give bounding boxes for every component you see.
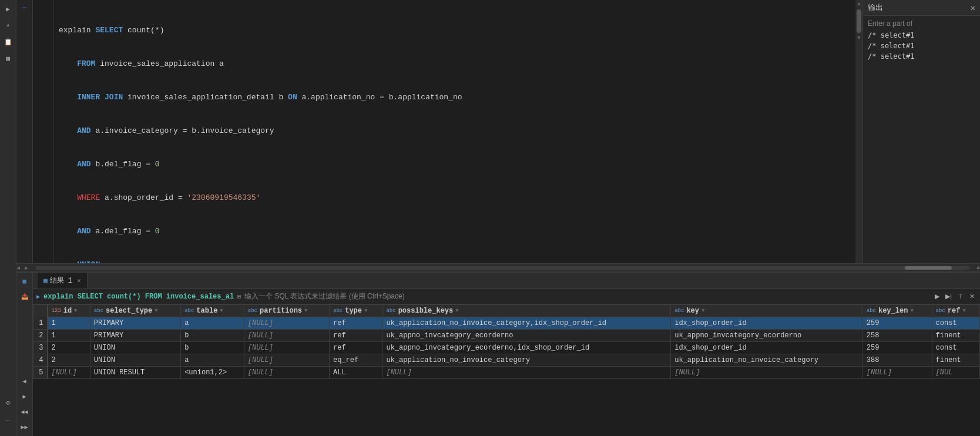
cell-possible_keys: uk_application_no_invoice_category [382, 354, 671, 367]
th-select-type[interactable]: abc select_type ▼ [90, 305, 180, 317]
sidebar-icon-more[interactable]: … [2, 412, 15, 425]
collapse-icon[interactable]: − [22, 2, 26, 14]
th-table[interactable]: abc table ▼ [181, 305, 244, 317]
th-ref[interactable]: abc ref ▼ [932, 305, 979, 317]
results-table-wrapper[interactable]: 123 id ▼ abc select_type ▼ [33, 304, 980, 436]
cell-type: ref [329, 330, 382, 342]
hscroll-thumb[interactable] [905, 266, 952, 270]
results-tab-icon: ▦ [43, 277, 48, 284]
right-panel-item-3: /* select#1 [868, 51, 975, 62]
results-table: 123 id ▼ abc select_type ▼ [33, 304, 980, 379]
results-main: ▦ 结果 1 ✕ ▶ explain SELECT count(*) FROM … [33, 273, 980, 436]
cell-partitions: [NULL] [244, 342, 329, 354]
sidebar-icon-settings[interactable]: ⚙ [2, 396, 15, 409]
filter-close-btn[interactable]: ✕ [968, 292, 976, 301]
results-icon-export[interactable]: 📤 [18, 290, 31, 303]
cell-ref: finent [932, 330, 979, 342]
th-possible-keys[interactable]: abc possible_keys ▼ [382, 305, 671, 317]
vscroll-thumb[interactable] [857, 9, 861, 33]
cell-id: [NULL] [48, 367, 90, 379]
editor-vscroll[interactable]: ▲ ▼ [855, 0, 862, 263]
results-tab-bar: ▦ 结果 1 ✕ [33, 273, 980, 289]
cell-type: ref [329, 317, 382, 330]
cell-type: ALL [329, 367, 382, 379]
code-line-1: explain SELECT count(*) [59, 25, 851, 36]
cell-key: uk_appno_invcategory_ecorderno [671, 330, 863, 342]
code-line-8: UNION [59, 259, 851, 263]
vscroll-up-arrow[interactable]: ▲ [857, 1, 860, 7]
right-panel-item-2: /* select#1 [868, 41, 975, 51]
cell-select_type: UNION RESULT [90, 367, 180, 379]
filter-next-btn[interactable]: ▶| [944, 292, 954, 301]
editor-nav-bar: ◀ ▶ ▲ [16, 263, 980, 271]
sidebar-icon-grid[interactable]: ▦ [2, 52, 15, 65]
filter-expand-icon[interactable]: ⊞ [237, 293, 241, 300]
cell-table: a [181, 354, 244, 367]
cell-key_len: 388 [862, 354, 932, 367]
th-id[interactable]: 123 id ▼ [48, 305, 90, 317]
results-icon-table[interactable]: ▦ [18, 275, 31, 288]
th-type[interactable]: abc type ▼ [329, 305, 382, 317]
cell-partitions: [NULL] [244, 354, 329, 367]
nav-left-arrow[interactable]: ◀ [16, 264, 20, 271]
right-panel-hint: Enter a part of [868, 19, 975, 28]
cell-id: 1 [48, 330, 90, 342]
cell-key_len: 259 [862, 317, 932, 330]
results-filter-bar: ▶ explain SELECT count(*) FROM invoice_s… [33, 289, 980, 304]
right-panel-title: 输出 [868, 2, 883, 13]
filter-funnel-icon[interactable]: ⊤ [956, 292, 965, 301]
nav-right-arrow[interactable]: ▶ [25, 264, 28, 271]
results-tab-close[interactable]: ✕ [77, 277, 81, 284]
code-line-6: WHERE a.shop_order_id = '23060919546335' [59, 192, 851, 203]
results-section: ▦ 📤 ◀ ▶ ◀◀ ▶▶ ▦ 结果 1 ✕ ▶ explain SELECT … [16, 271, 980, 436]
table-row[interactable]: 5[NULL]UNION RESULT<union1,2>[NULL]ALL[N… [33, 367, 980, 379]
filter-actions: ▶ ▶| ⊤ ✕ [933, 292, 976, 301]
cell-id: 1 [48, 317, 90, 330]
th-row-num [33, 305, 48, 317]
code-line-2: FROM invoice_sales_application a [59, 58, 851, 69]
right-panel-header: 输出 ✕ [863, 0, 980, 16]
table-row[interactable]: 32UNIONb[NULL]refuk_appno_invcategory_ec… [33, 342, 980, 354]
code-line-7: AND a.del_flag = 0 [59, 226, 851, 237]
cell-key: [NULL] [671, 367, 863, 379]
cell-possible_keys: uk_appno_invcategory_ecorderno [382, 330, 671, 342]
cell-ref: finent [932, 354, 979, 367]
sidebar-icon-copy[interactable]: 📋 [2, 35, 15, 48]
results-tab-1[interactable]: ▦ 结果 1 ✕ [38, 273, 88, 289]
table-row[interactable]: 42UNIONa[NULL]eq_refuk_application_no_in… [33, 354, 980, 367]
right-panel-close-icon[interactable]: ✕ [971, 3, 975, 13]
cell-table: b [181, 342, 244, 354]
filter-play-btn[interactable]: ▶ [933, 292, 941, 301]
cell-select_type: UNION [90, 354, 180, 367]
sidebar-icon-run[interactable]: ▶ [2, 2, 15, 15]
cell-partitions: [NULL] [244, 330, 329, 342]
th-key-len[interactable]: abc key_len ▼ [862, 305, 932, 317]
editor-with-sidebar: − explain SELECT count(*) FR [16, 0, 980, 263]
editor-code[interactable]: explain SELECT count(*) FROM invoice_sal… [54, 0, 855, 263]
cell-key_len: 259 [862, 342, 932, 354]
th-partitions[interactable]: abc partitions ▼ [244, 305, 329, 317]
results-icon-nav2[interactable]: ▶ [18, 390, 31, 403]
cell-id: 2 [48, 354, 90, 367]
vscroll-down-arrow[interactable]: ▼ [857, 35, 860, 41]
sidebar-icon-bolt[interactable]: ⚡ [2, 19, 15, 32]
right-panel-items: /* select#1 /* select#1 /* select#1 [868, 30, 975, 62]
table-row[interactable]: 11PRIMARYa[NULL]refuk_application_no_inv… [33, 317, 980, 330]
results-icon-next[interactable]: ▶▶ [18, 421, 31, 434]
main-area: − explain SELECT count(*) FR [16, 0, 980, 436]
right-panel-content: Enter a part of /* select#1 /* select#1 … [863, 16, 980, 65]
cell-select_type: UNION [90, 342, 180, 354]
cell-possible_keys: [NULL] [382, 367, 671, 379]
table-row[interactable]: 21PRIMARYb[NULL]refuk_appno_invcategory_… [33, 330, 980, 342]
results-icon-prev[interactable]: ◀◀ [18, 405, 31, 418]
th-key[interactable]: abc key ▼ [671, 305, 863, 317]
cell-key_len: [NULL] [862, 367, 932, 379]
nav-up-icon[interactable]: ▲ [976, 264, 980, 271]
filter-run-icon[interactable]: ▶ [36, 293, 40, 300]
row-number-cell: 1 [33, 317, 48, 330]
code-line-3: INNER JOIN invoice_sales_application_det… [59, 92, 851, 103]
results-icon-nav1[interactable]: ◀ [18, 375, 31, 388]
cell-key: uk_application_no_invoice_category [671, 354, 863, 367]
cell-id: 2 [48, 342, 90, 354]
filter-query-text: explain SELECT count(*) FROM invoice_sal… [43, 293, 234, 301]
